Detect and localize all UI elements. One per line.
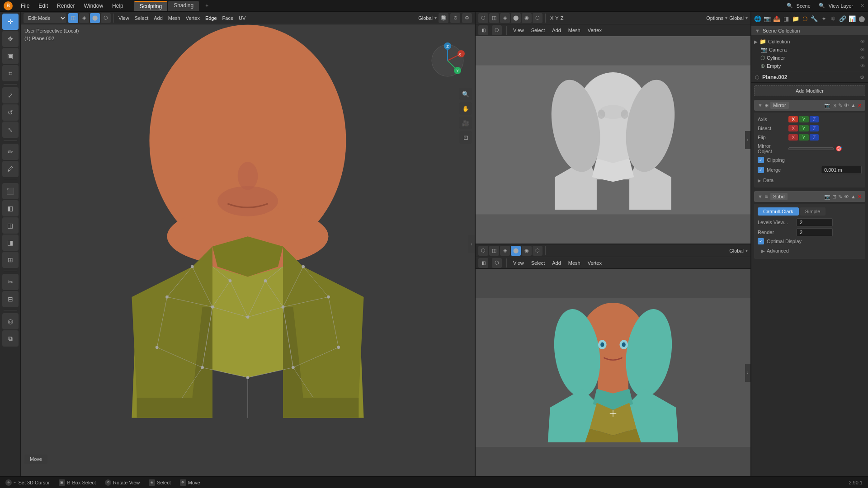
tr-pivot-icon[interactable]: ⬡ [492, 25, 502, 35]
tr-add-menu[interactable]: Add [550, 28, 563, 33]
header-edge[interactable]: Edge [203, 15, 219, 21]
br-add-menu[interactable]: Add [550, 260, 563, 266]
split-nav-arrow[interactable]: › [468, 235, 475, 253]
header-view[interactable]: View [117, 15, 131, 21]
prop-icon-render[interactable]: 📷 [763, 13, 772, 25]
optimal-display-bool[interactable]: ✓ [758, 238, 764, 244]
transform-label[interactable]: Global [418, 15, 433, 21]
add-modifier-button[interactable]: Add Modifier [754, 85, 865, 96]
br-view-menu[interactable]: View [511, 260, 526, 266]
mode-selector[interactable]: Edit Mode Object Mode Sculpt Mode [24, 13, 66, 23]
tr-viewport-icon[interactable]: ⬡ [478, 13, 488, 23]
pan-btn[interactable]: ✋ [459, 102, 472, 115]
viewport-overlay-icon[interactable]: ◫ [68, 13, 78, 23]
merge-value-input[interactable] [821, 166, 862, 174]
axis-y-button[interactable]: Y [799, 116, 808, 122]
mirror-camera-icon[interactable]: 📷 [824, 103, 830, 108]
bisect-z-button[interactable]: Z [810, 125, 819, 131]
menu-render[interactable]: Render [53, 2, 78, 10]
data-collapse-toggle[interactable]: ▶ Data [758, 177, 862, 184]
header-add[interactable]: Add [152, 15, 165, 21]
tr-axes-y[interactable]: Y [555, 15, 558, 21]
subd-render-icon[interactable]: ⊡ [832, 194, 836, 200]
levels-view-input[interactable] [797, 218, 833, 226]
tr-solid-icon[interactable]: ⬤ [511, 13, 521, 23]
mirror-expand-icon[interactable]: ▼ [758, 103, 763, 108]
advanced-toggle[interactable]: ▶ Advanced [758, 246, 862, 255]
mirror-render-icon[interactable]: ⊡ [832, 103, 836, 108]
mirror-delete-icon[interactable]: ✕ [858, 103, 862, 108]
tool-lasso[interactable]: ⌗ [2, 65, 19, 81]
mirror-eyedropper-icon[interactable]: 🎯 [835, 145, 842, 152]
tool-add-cube[interactable]: ⬛ [2, 183, 19, 199]
tr-mode-icon[interactable]: ◧ [478, 25, 488, 35]
br-overlay-icon[interactable]: ◫ [489, 246, 499, 256]
mirror-object-picker[interactable] [788, 147, 834, 150]
subd-delete-icon[interactable]: ✕ [858, 194, 862, 200]
proportional-icon[interactable]: ⊙ [450, 13, 460, 23]
tab-add[interactable]: + [200, 1, 214, 11]
tr-wire-icon[interactable]: ⬡ [533, 13, 542, 23]
tool-select-box[interactable]: ▣ [2, 48, 19, 64]
tr-axes-z[interactable]: Z [561, 15, 564, 21]
transform-panel[interactable]: Move [24, 455, 47, 464]
header-face[interactable]: Face [221, 15, 235, 21]
tr-rendered-icon[interactable]: ◉ [522, 13, 532, 23]
zoom-to-fit-btn[interactable]: 🔍 [459, 88, 472, 100]
br-solid-icon[interactable]: ⬤ [511, 246, 521, 256]
collection-item-collection[interactable]: ▶ 📁 Collection 👁 [751, 38, 868, 46]
br-xray-icon[interactable]: ◈ [500, 246, 510, 256]
br-mode-icon[interactable]: ◧ [478, 258, 488, 268]
tab-sculpting[interactable]: Sculpting [134, 1, 167, 11]
tool-extrude[interactable]: ◧ [2, 200, 19, 216]
tool-rotate[interactable]: ↺ [2, 104, 19, 121]
viewport-wire-icon[interactable]: ⬡ [101, 13, 111, 23]
tr-select-menu[interactable]: Select [529, 28, 547, 33]
prop-icon-view-layer[interactable]: ◨ [782, 13, 791, 25]
mirror-vis-icon[interactable]: 👁 [844, 103, 849, 108]
scene-collection-header[interactable]: ▼ Scene Collection [751, 26, 868, 35]
render-input[interactable] [797, 228, 833, 236]
prop-icon-object[interactable]: ⬡ [801, 13, 810, 25]
merge-bool[interactable]: ✓ [758, 167, 764, 173]
tr-transform-label[interactable]: Global [729, 15, 744, 21]
prop-icon-data[interactable]: 📊 [848, 13, 857, 25]
prop-icon-constraints[interactable]: 🔗 [838, 13, 847, 25]
clipping-bool[interactable]: ✓ [758, 157, 764, 163]
mirror-edit-icon[interactable]: ✎ [838, 103, 842, 108]
subd-catmull-btn[interactable]: Catmull-Clark [758, 207, 799, 216]
br-transform-label[interactable]: Global [729, 248, 744, 253]
br-viewport-icon[interactable]: ⬡ [478, 246, 488, 256]
header-mesh[interactable]: Mesh [166, 15, 182, 21]
header-uv[interactable]: UV [237, 15, 247, 21]
prop-icon-physics[interactable]: ⚛ [829, 13, 838, 25]
flip-z-button[interactable]: Z [810, 134, 819, 141]
settings-icon[interactable]: ⚙ [462, 13, 472, 23]
flip-y-button[interactable]: Y [799, 134, 808, 141]
subd-vis-icon[interactable]: 👁 [844, 194, 849, 200]
tr-view-menu[interactable]: View [511, 28, 526, 33]
bisect-x-button[interactable]: X [788, 125, 798, 131]
subd-camera-icon[interactable]: 📷 [824, 194, 830, 200]
clipping-checkbox[interactable]: ✓ Clipping [758, 157, 785, 163]
menu-file[interactable]: File [17, 2, 33, 10]
prop-icon-collection[interactable]: 📁 [791, 13, 800, 25]
collection-item-empty[interactable]: ⊕ Empty 👁 [751, 62, 868, 70]
tr-mesh-menu[interactable]: Mesh [566, 28, 582, 33]
br-mesh-menu[interactable]: Mesh [566, 260, 582, 266]
mirror-expand2-icon[interactable]: ▲ [851, 103, 856, 108]
tool-bevel[interactable]: ◨ [2, 235, 19, 251]
tool-move[interactable]: ✥ [2, 31, 19, 47]
prop-icon-scene[interactable]: 🌐 [753, 13, 762, 25]
ortho-btn[interactable]: ⊡ [459, 131, 472, 144]
tool-shear[interactable]: ⧉ [2, 330, 19, 347]
camera-btn[interactable]: 🎥 [459, 117, 472, 129]
tr-xray-icon[interactable]: ◈ [500, 13, 510, 23]
br-rendered-icon[interactable]: ◉ [522, 246, 532, 256]
prop-icon-output[interactable]: 📤 [772, 13, 781, 25]
object-options-icon[interactable]: ⚙ [860, 75, 864, 80]
tool-annotate[interactable]: ✏ [2, 144, 19, 160]
prop-icon-particles[interactable]: ✦ [819, 13, 828, 25]
menu-window[interactable]: Window [80, 2, 107, 10]
top-right-nav-arrow[interactable]: › [745, 131, 750, 149]
